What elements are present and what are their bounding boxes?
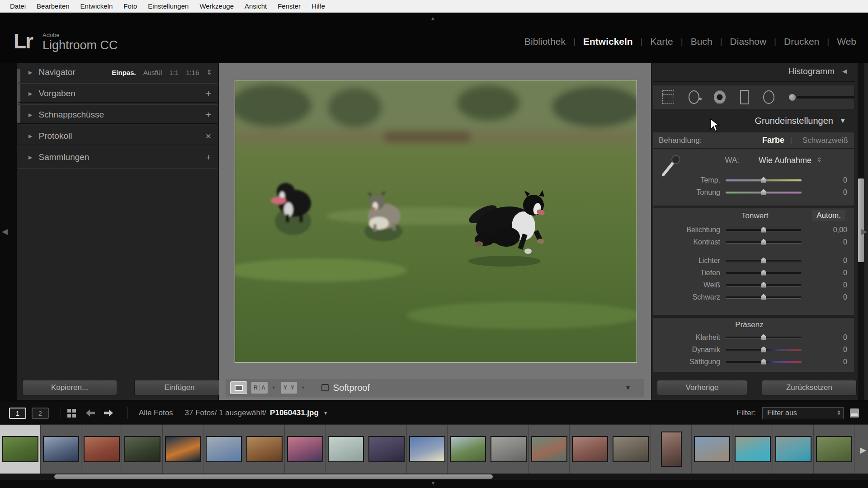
- spot-removal-tool-icon[interactable]: [689, 90, 700, 104]
- contrast-slider-track[interactable]: [726, 241, 802, 243]
- treatment-color-option[interactable]: Farbe: [762, 136, 784, 145]
- zoom-1-1-button[interactable]: 1:1: [169, 69, 179, 76]
- filename-dropdown-icon[interactable]: ▼: [323, 410, 328, 416]
- module-entwickeln[interactable]: Entwickeln: [581, 36, 635, 47]
- right-panel-scrollbar-thumb[interactable]: [858, 178, 864, 262]
- photo-thumbnail[interactable]: [2, 436, 38, 462]
- filmstrip-cell[interactable]: [570, 425, 610, 474]
- menu-entwickeln[interactable]: Entwickeln: [75, 0, 118, 13]
- menu-ansicht[interactable]: Ansicht: [239, 0, 272, 13]
- previous-photo-icon[interactable]: [85, 409, 96, 417]
- module-karte[interactable]: Karte: [649, 36, 675, 47]
- zoom-fit-button[interactable]: Einpas.: [112, 69, 136, 76]
- module-bibliothek[interactable]: Bibliothek: [523, 36, 567, 47]
- temp-slider-thumb[interactable]: [761, 177, 767, 183]
- adjustment-brush-tool-icon[interactable]: [789, 94, 854, 101]
- main-window-button[interactable]: 1: [9, 408, 26, 419]
- filmstrip-cell[interactable]: [732, 425, 773, 474]
- whites-slider-track[interactable]: [726, 284, 802, 286]
- tint-slider-track[interactable]: [726, 192, 802, 193]
- collapse-right-panel-icon[interactable]: ▶: [861, 227, 867, 236]
- collapse-top-panel-icon[interactable]: ▲: [430, 15, 435, 21]
- filter-select[interactable]: Filter aus ⇕: [762, 407, 844, 419]
- contrast-slider-thumb[interactable]: [761, 239, 767, 245]
- auto-tone-button[interactable]: Autom.: [812, 210, 845, 221]
- highlights-value[interactable]: 0: [807, 257, 854, 265]
- filmstrip-cell[interactable]: [285, 425, 326, 474]
- filmstrip-scrollbar-thumb[interactable]: [54, 474, 493, 479]
- menu-bearbeiten[interactable]: Bearbeiten: [31, 0, 75, 13]
- photo-thumbnail[interactable]: [206, 436, 242, 462]
- filmstrip-cell[interactable]: [326, 425, 366, 474]
- vibrance-value[interactable]: 0: [807, 346, 854, 354]
- saturation-slider-track[interactable]: [726, 361, 802, 363]
- whites-slider-thumb[interactable]: [761, 282, 767, 288]
- zoom-ratio-button[interactable]: 1:16: [186, 69, 199, 76]
- photo-thumbnail[interactable]: [287, 436, 323, 462]
- filmstrip-cell[interactable]: [122, 425, 163, 474]
- blacks-value[interactable]: 0: [807, 293, 854, 301]
- expand-icon[interactable]: ▶: [28, 70, 32, 75]
- split-view-dropdown-icon[interactable]: ▼: [301, 385, 305, 390]
- module-drucken[interactable]: Drucken: [782, 36, 821, 47]
- photo-thumbnail[interactable]: [165, 436, 201, 462]
- filmstrip-cell[interactable]: [163, 425, 203, 474]
- filmstrip-cell[interactable]: [488, 425, 529, 474]
- photo-thumbnail[interactable]: [694, 436, 730, 462]
- basic-panel-header[interactable]: Grundeinstellungen ▼: [651, 112, 855, 129]
- histogram-collapse-icon[interactable]: ◀: [842, 68, 847, 75]
- clarity-slider-track[interactable]: [726, 337, 802, 338]
- navigator-panel-header[interactable]: ▶ Navigator Einpas. Ausfül 1:1 1:16 ⇕: [17, 66, 218, 79]
- grid-view-icon[interactable]: [67, 409, 76, 418]
- split-view-button[interactable]: Y Y: [280, 381, 297, 394]
- photo-thumbnail[interactable]: [124, 436, 160, 462]
- radial-filter-tool-icon[interactable]: [763, 90, 774, 104]
- photo-thumbnail[interactable]: [572, 436, 608, 462]
- wb-preset-select[interactable]: Wie Aufnahme: [759, 156, 811, 165]
- vibrance-slider-track[interactable]: [726, 349, 802, 351]
- shadows-slider-track[interactable]: [726, 272, 802, 274]
- current-filename[interactable]: P1060431.jpg: [270, 408, 319, 418]
- filmstrip-cell[interactable]: [366, 425, 407, 474]
- filmstrip-cell[interactable]: [448, 425, 488, 474]
- filmstrip-cell[interactable]: [773, 425, 814, 474]
- photo-thumbnail[interactable]: [531, 436, 567, 462]
- photo-thumbnail[interactable]: [661, 432, 682, 467]
- main-photo[interactable]: [235, 80, 637, 362]
- vorgaben-panel-header[interactable]: ▶ Vorgaben +: [17, 87, 218, 100]
- highlights-slider-thumb[interactable]: [761, 258, 767, 263]
- filmstrip-cell[interactable]: [814, 425, 854, 474]
- filmstrip-cell[interactable]: [41, 425, 81, 474]
- photo-thumbnail[interactable]: [246, 436, 283, 462]
- filmstrip-cell[interactable]: [692, 425, 732, 474]
- menu-fenster[interactable]: Fenster: [272, 0, 306, 13]
- next-photo-icon[interactable]: [103, 409, 114, 417]
- zoom-fill-button[interactable]: Ausfül: [143, 69, 162, 76]
- filmstrip-cell[interactable]: [407, 425, 448, 474]
- tint-value[interactable]: 0: [807, 188, 854, 197]
- schnappschuesse-panel-header[interactable]: ▶ Schnappschüsse +: [17, 108, 218, 122]
- exposure-slider-thumb[interactable]: [761, 227, 767, 233]
- filmstrip-cell[interactable]: [610, 425, 651, 474]
- saturation-value[interactable]: 0: [807, 358, 854, 366]
- add-preset-icon[interactable]: +: [206, 88, 211, 99]
- filmstrip-cell[interactable]: [244, 425, 285, 474]
- blacks-slider-track[interactable]: [726, 296, 802, 298]
- module-buch[interactable]: Buch: [689, 36, 714, 47]
- filmstrip-next-icon[interactable]: ▶: [860, 445, 866, 455]
- temp-value[interactable]: 0: [807, 176, 854, 184]
- photo-thumbnail[interactable]: [491, 436, 527, 462]
- contrast-value[interactable]: 0: [807, 238, 854, 246]
- copy-button[interactable]: Kopieren...: [22, 380, 117, 395]
- treatment-bw-option[interactable]: Schwarzweiß: [802, 136, 848, 145]
- menu-einstellungen[interactable]: Einstellungen: [142, 0, 194, 13]
- clarity-value[interactable]: 0: [807, 333, 854, 342]
- photo-thumbnail[interactable]: [816, 436, 852, 462]
- saturation-slider-thumb[interactable]: [761, 359, 767, 365]
- expand-icon[interactable]: ▶: [28, 155, 32, 160]
- before-after-view-button[interactable]: R A: [251, 381, 268, 394]
- photo-thumbnail[interactable]: [775, 436, 811, 462]
- clear-history-icon[interactable]: ×: [206, 131, 211, 141]
- temp-slider-track[interactable]: [726, 179, 802, 181]
- zoom-stepper-icon[interactable]: ⇕: [206, 68, 212, 76]
